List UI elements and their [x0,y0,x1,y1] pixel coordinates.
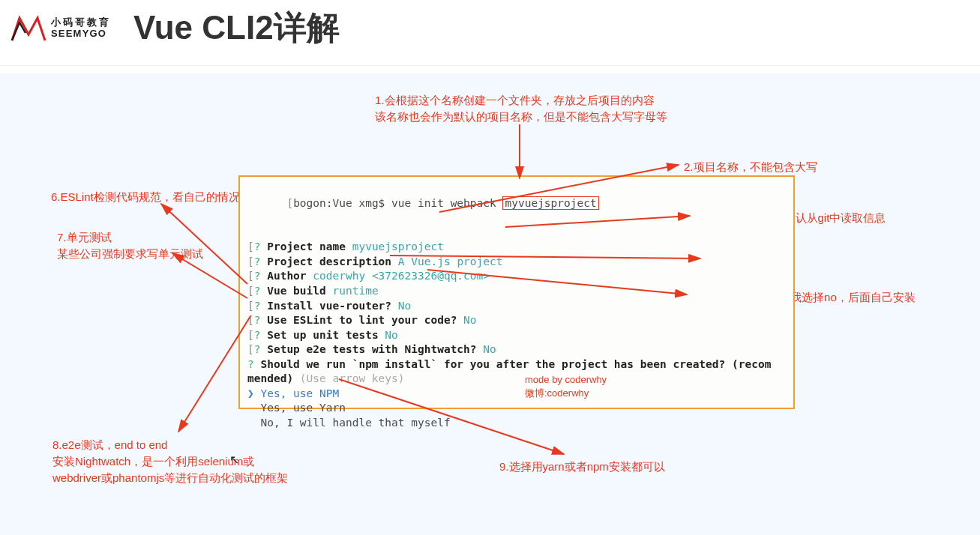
annotation-2: 2.项目名称，不能包含大写 [684,159,817,175]
annotation-8: 8.e2e测试，end to end 安装Nightwatch，是一个利用sel… [52,437,288,486]
content-area: 1.会根据这个名称创建一个文件夹，存放之后项目的内容 该名称也会作为默认的项目名… [0,73,980,535]
annotation-7: 7.单元测试 某些公司强制要求写单元测试 [57,229,203,262]
project-name-box: myvuejsproject [502,196,598,210]
terminal-command-line: [bogon:Vue xmg$ vue init webpack myvuejs… [247,181,786,226]
mouse-cursor-icon: ↖ [229,453,239,467]
page-title: Vue CLI2详解 [133,6,340,50]
annotation-1: 1.会根据这个名称创建一个文件夹，存放之后项目的内容 该名称也会作为默认的项目名… [375,92,667,125]
header: 小码哥教育 SEEMYGO Vue CLI2详解 [0,0,980,66]
logo-en-text: SEEMYGO [51,28,111,39]
brand-logo: 小码哥教育 SEEMYGO [9,13,111,43]
m-logo-icon [9,13,48,43]
terminal-window: [bogon:Vue xmg$ vue init webpack myvuejs… [238,175,795,409]
watermark: mode by coderwhy 微博:coderwhy [525,373,607,400]
annotation-6: 6.ESLint检测代码规范，看自己的情况 [51,189,240,205]
logo-cn-text: 小码哥教育 [51,17,111,28]
annotation-9: 9.选择用yarn或者npm安装都可以 [499,459,665,475]
